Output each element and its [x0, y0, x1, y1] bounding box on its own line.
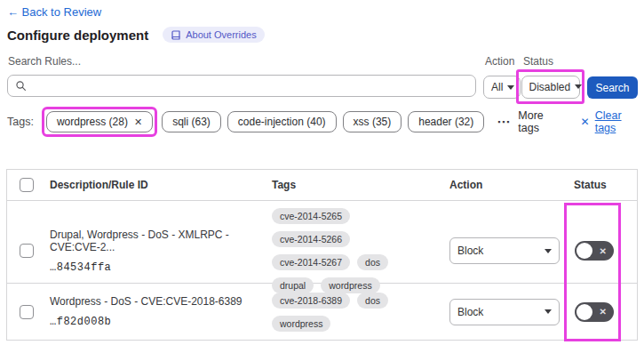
- search-icon: [15, 80, 27, 92]
- status-toggle-off[interactable]: ✕: [575, 241, 614, 261]
- rule-id: …84534ffa: [50, 261, 253, 274]
- table-header-row: Description/Rule ID Tags Action Status: [7, 170, 637, 201]
- about-overrides-badge[interactable]: About Overrides: [163, 27, 264, 43]
- toggle-off-x-icon: ✕: [600, 246, 607, 256]
- status-dropdown-annotation: Disabled: [516, 69, 584, 104]
- rule-tag: cve-2014-5265: [272, 208, 350, 224]
- rule-description: Wordpress - DoS - CVE:CVE-2018-6389: [50, 295, 253, 308]
- column-header-description: Description/Rule ID: [44, 179, 266, 191]
- more-tags-label: More tags: [518, 109, 561, 134]
- tags-label: Tags:: [7, 116, 34, 128]
- chevron-down-icon: [545, 249, 552, 253]
- toggle-knob: [576, 304, 592, 320]
- ellipsis-icon: ⋯: [497, 114, 511, 130]
- table-row: Drupal, Wordpress - DoS - XMLRPC - CVE:C…: [7, 201, 637, 284]
- rule-status-cell: ✕: [568, 241, 637, 261]
- tag-filter-sqli[interactable]: sqli (63): [162, 111, 221, 132]
- clear-tags-label: Clear tags: [595, 109, 640, 134]
- about-overrides-label: About Overrides: [186, 29, 256, 40]
- action-select[interactable]: Block: [449, 299, 560, 325]
- rule-description: Drupal, Wordpress - DoS - XMLRPC - CVE:C…: [50, 229, 253, 253]
- action-dropdown[interactable]: All: [483, 76, 521, 99]
- search-input[interactable]: [32, 80, 468, 92]
- selected-tag-annotation: wordpress (28) ✕: [42, 107, 157, 137]
- row-checkbox-cell: [7, 305, 44, 319]
- toggle-off-x-icon: ✕: [600, 307, 607, 317]
- column-header-tags: Tags: [266, 179, 443, 191]
- table-row: Wordpress - DoS - CVE:CVE-2018-6389 …f82…: [7, 284, 637, 340]
- rules-table: Description/Rule ID Tags Action Status D…: [6, 169, 638, 341]
- book-icon: [171, 29, 181, 40]
- remove-tag-icon[interactable]: ✕: [134, 116, 142, 128]
- action-label: Action: [485, 55, 514, 68]
- search-button[interactable]: Search: [587, 76, 638, 99]
- rule-tag: cve-2014-5266: [272, 231, 350, 247]
- action-dropdown-value: All: [491, 81, 503, 93]
- page-title: Configure deployment: [7, 28, 148, 43]
- status-label: Status: [523, 55, 553, 68]
- row-checkbox[interactable]: [20, 244, 34, 258]
- column-header-action: Action: [443, 179, 568, 191]
- rule-tag: cve-2014-5267: [272, 254, 350, 270]
- select-all-checkbox[interactable]: [20, 178, 34, 192]
- rule-status-cell: ✕: [568, 302, 637, 322]
- tag-filter-xss[interactable]: xss (35): [343, 111, 402, 132]
- chevron-down-icon: [507, 85, 514, 90]
- select-all-cell: [7, 178, 44, 192]
- rule-action-cell: Block: [443, 237, 568, 264]
- toggle-knob: [576, 243, 592, 259]
- rule-tag: cve-2018-6389: [272, 293, 350, 309]
- rule-tag: dos: [357, 254, 388, 270]
- more-tags-button[interactable]: ⋯ More tags: [497, 109, 561, 134]
- search-input-container[interactable]: [7, 75, 476, 97]
- column-header-status: Status: [568, 179, 637, 191]
- row-checkbox[interactable]: [20, 305, 34, 319]
- clear-tags-link[interactable]: ✕ Clear tags: [581, 109, 640, 134]
- action-select[interactable]: Block: [449, 237, 560, 264]
- rule-tags-cell: cve-2018-6389 dos wordpress: [266, 284, 443, 340]
- close-icon: ✕: [581, 116, 590, 128]
- tag-filter-header[interactable]: header (32): [408, 111, 484, 132]
- status-dropdown[interactable]: Disabled: [521, 76, 580, 99]
- rule-action-cell: Block: [443, 299, 568, 325]
- chevron-down-icon: [545, 309, 552, 314]
- rule-tag: wordpress: [272, 316, 330, 332]
- rule-tag: dos: [357, 293, 388, 309]
- back-to-review-link[interactable]: ← Back to Review: [7, 5, 101, 19]
- title-row: Configure deployment About Overrides: [7, 27, 265, 43]
- status-toggle-off[interactable]: ✕: [575, 302, 614, 322]
- rule-description-cell: Wordpress - DoS - CVE:CVE-2018-6389 …f82…: [44, 284, 266, 340]
- tag-filter-code-injection[interactable]: code-injection (40): [227, 111, 337, 132]
- action-select-value: Block: [457, 306, 483, 318]
- tags-filter-bar: Tags: wordpress (28) ✕ sqli (63) code-in…: [7, 107, 640, 137]
- rule-id: …f82d008b: [50, 316, 253, 328]
- chevron-down-icon: [575, 84, 582, 89]
- tag-filter-label: wordpress (28): [57, 116, 128, 128]
- row-checkbox-cell: [7, 244, 44, 258]
- search-rules-label: Search Rules...: [8, 55, 81, 68]
- tag-filter-wordpress[interactable]: wordpress (28) ✕: [46, 111, 153, 132]
- status-dropdown-value: Disabled: [529, 81, 571, 93]
- action-select-value: Block: [457, 245, 483, 257]
